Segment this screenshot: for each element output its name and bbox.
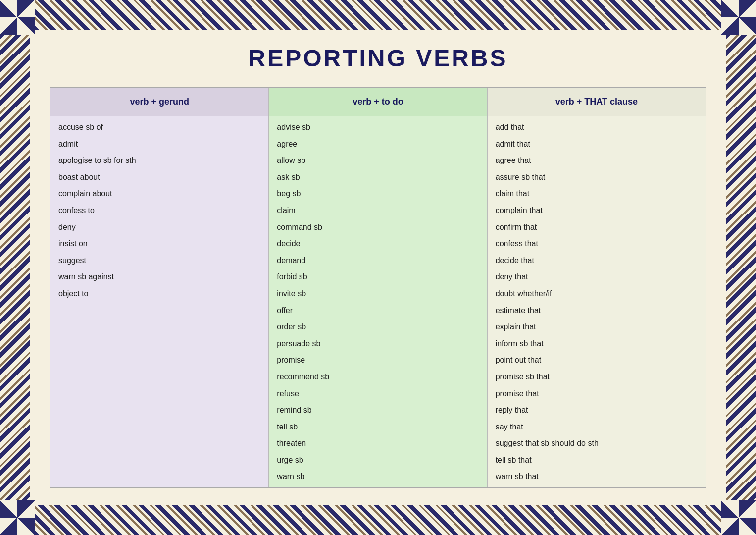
verb-item: say that bbox=[496, 420, 698, 434]
verb-item: agree bbox=[277, 137, 479, 151]
header-todo: verb + to do bbox=[269, 88, 487, 116]
corner-bottom-right bbox=[721, 500, 756, 535]
header-gerund: verb + gerund bbox=[50, 88, 269, 116]
header-that: verb + THAT clause bbox=[488, 88, 706, 116]
verb-item: demand bbox=[277, 254, 479, 268]
corner-top-right bbox=[721, 0, 756, 35]
verb-item: decide that bbox=[496, 254, 698, 268]
verb-item: admit that bbox=[496, 137, 698, 151]
verb-item: promise that bbox=[496, 387, 698, 401]
verb-item: suggest that sb should do sth bbox=[496, 436, 698, 450]
verb-item: apologise to sb for sth bbox=[58, 154, 260, 167]
verb-item: deny bbox=[58, 220, 260, 234]
col-todo-body: advise sbagreeallow sbask sbbeg sbclaimc… bbox=[269, 116, 487, 487]
verb-item: accuse sb of bbox=[58, 120, 260, 134]
border-bottom bbox=[0, 505, 756, 535]
verb-item: advise sb bbox=[277, 120, 479, 134]
verb-item: complain about bbox=[58, 187, 260, 201]
verb-item: confess to bbox=[58, 204, 260, 217]
verb-item: insist on bbox=[58, 237, 260, 251]
verb-item: promise bbox=[277, 353, 479, 367]
verb-item: invite sb bbox=[277, 287, 479, 301]
verb-item: tell sb that bbox=[496, 453, 698, 467]
verb-item: recommend sb bbox=[277, 370, 479, 384]
verb-item: confess that bbox=[496, 237, 698, 251]
verb-item: tell sb bbox=[277, 420, 479, 434]
border-top bbox=[0, 0, 756, 30]
verb-item: persuade sb bbox=[277, 337, 479, 351]
verb-item: warn sb that bbox=[496, 470, 698, 483]
verb-item: admit bbox=[58, 137, 260, 151]
table-header: verb + gerund verb + to do verb + THAT c… bbox=[50, 88, 706, 116]
verb-item: command sb bbox=[277, 220, 479, 234]
verb-item: doubt whether/if bbox=[496, 287, 698, 301]
verb-item: warn sb bbox=[277, 470, 479, 483]
verb-item: order sb bbox=[277, 320, 479, 334]
main-table: verb + gerund verb + to do verb + THAT c… bbox=[50, 87, 706, 488]
verb-item: explain that bbox=[496, 320, 698, 334]
verb-item: refuse bbox=[277, 387, 479, 401]
verb-item: reply that bbox=[496, 403, 698, 417]
verb-item: point out that bbox=[496, 353, 698, 367]
verb-item: ask sb bbox=[277, 170, 479, 184]
verb-item: claim bbox=[277, 204, 479, 217]
table-body: accuse sb ofadmitapologise to sb for sth… bbox=[50, 116, 706, 487]
verb-item: offer bbox=[277, 304, 479, 318]
verb-item: object to bbox=[58, 287, 260, 301]
verb-item: promise sb that bbox=[496, 370, 698, 384]
verb-item: inform sb that bbox=[496, 337, 698, 351]
col-that-body: add thatadmit thatagree thatassure sb th… bbox=[488, 116, 706, 487]
corner-bottom-left bbox=[0, 500, 35, 535]
verb-item: add that bbox=[496, 120, 698, 134]
border-left bbox=[0, 0, 30, 535]
verb-item: forbid sb bbox=[277, 270, 479, 284]
verb-item: threaten bbox=[277, 436, 479, 450]
verb-item: decide bbox=[277, 237, 479, 251]
verb-item: suggest bbox=[58, 254, 260, 268]
verb-item: boast about bbox=[58, 170, 260, 184]
col-gerund-body: accuse sb ofadmitapologise to sb for sth… bbox=[50, 116, 269, 487]
verb-item: beg sb bbox=[277, 187, 479, 201]
verb-item: claim that bbox=[496, 187, 698, 201]
verb-item: estimate that bbox=[496, 304, 698, 318]
verb-item: assure sb that bbox=[496, 170, 698, 184]
content-area: REPORTING VERBS verb + gerund verb + to … bbox=[30, 30, 726, 505]
verb-item: deny that bbox=[496, 270, 698, 284]
border-right bbox=[726, 0, 756, 535]
corner-top-left bbox=[0, 0, 35, 35]
verb-item: allow sb bbox=[277, 154, 479, 167]
verb-item: confirm that bbox=[496, 220, 698, 234]
verb-item: urge sb bbox=[277, 453, 479, 467]
verb-item: remind sb bbox=[277, 403, 479, 417]
verb-item: complain that bbox=[496, 204, 698, 217]
verb-item: agree that bbox=[496, 154, 698, 167]
page-title: REPORTING VERBS bbox=[248, 45, 507, 72]
verb-item: warn sb against bbox=[58, 270, 260, 284]
